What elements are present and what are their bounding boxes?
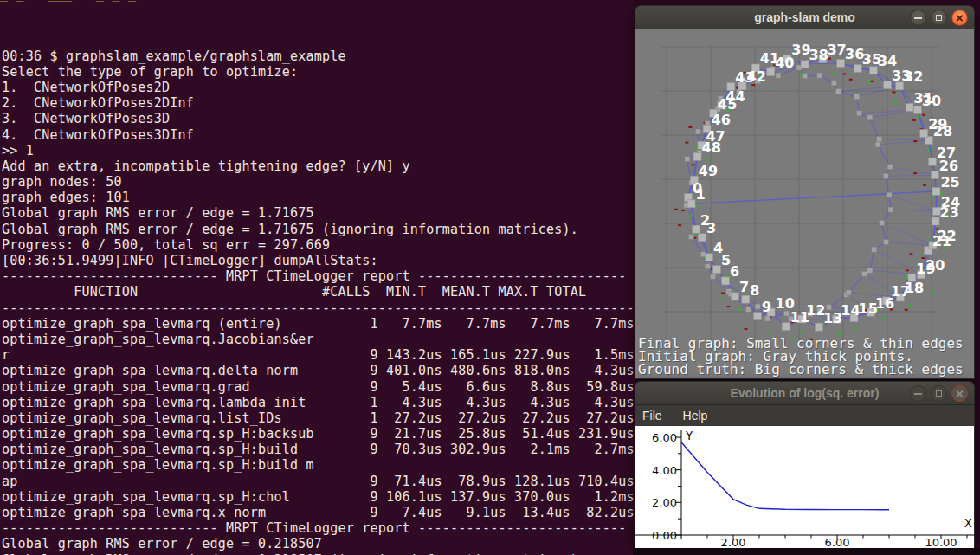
graph-node-label: 25: [940, 174, 959, 190]
terminal-line: optimize_graph_spa_levmarq.sp_H:build 9 …: [2, 442, 635, 457]
desktop: { "terminal": { "lines": [ "00:36 $ grap…: [0, 0, 980, 555]
graphslam-demo-window: graph-slam demo 012345678910111213141516…: [635, 5, 975, 379]
window-title: graph-slam demo: [754, 10, 855, 24]
plot-tick-label: 2.00: [652, 496, 677, 509]
graph-node-label: 1: [696, 186, 706, 203]
plot-tick-label: 6.00: [652, 431, 677, 444]
terminal-line: optimize_graph_spa_levmarq.sp_H:backsub …: [2, 426, 635, 442]
graph-node-label: 36: [845, 46, 864, 62]
graph-node-label: 46: [712, 112, 731, 128]
plot-canvas[interactable]: 0.002.004.006.002.006.0010.00YX: [635, 426, 974, 548]
close-icon[interactable]: [951, 385, 968, 402]
window-controls: [910, 10, 968, 26]
terminal-line: Global graph RMS error / edge = 0.218507…: [2, 552, 635, 555]
window-titlebar[interactable]: graph-slam demo: [635, 5, 975, 29]
terminal-line: optimize_graph_spa_levmarq.grad 9 5.4us …: [2, 379, 635, 395]
plot-tick-label: 4.00: [652, 464, 677, 477]
graph-legend: Final graph: Small corners & thin edges …: [638, 337, 964, 376]
window-titlebar[interactable]: Evolution of log(sq. error): [635, 381, 975, 405]
plot-tick-label: Y: [685, 429, 693, 442]
terminal-line: Global graph RMS error / edge = 1.71675: [2, 205, 635, 221]
terminal-line: Add an extra, incompatible tightening ed…: [2, 158, 635, 174]
terminal-line: optimize_graph_spa_levmarq.sp_H:chol 9 1…: [2, 489, 635, 505]
window-title: Evolution of log(sq. error): [731, 386, 880, 400]
minimize-icon[interactable]: [910, 385, 926, 402]
graph-node-label: 8: [750, 282, 759, 299]
graph-node-label: 38: [809, 47, 828, 63]
error-curve: [681, 442, 889, 510]
terminal-line: optimize_graph_spa_levmarq.list_IDs 1 27…: [2, 410, 635, 426]
graph-node-label: 37: [827, 42, 846, 58]
terminal-line: Global graph RMS error / edge = 0.218507: [2, 536, 635, 552]
terminal-line: FUNCTION #CALLS MIN.T MEAN.T MAX.T TOTAL: [2, 284, 635, 300]
terminal-line: optimize_graph_spa_levmarq.x_norm 9 7.4u…: [2, 505, 635, 520]
terminal-line: 3. CNetworkOfPoses3D: [2, 111, 635, 126]
terminal-line: graph edges: 101: [2, 190, 635, 205]
terminal-line: Progress: 0 / 500, total sq err = 297.66…: [2, 237, 635, 253]
terminal-line: Select the type of graph to optimize:: [2, 64, 635, 80]
graph-canvas[interactable]: 0123456789101112131415161718192021222324…: [635, 29, 974, 378]
graph-node-label: 14: [841, 302, 860, 319]
terminal-line: optimize_graph_spa_levmarq.delta_norm 9 …: [2, 363, 635, 378]
maximize-icon[interactable]: [931, 10, 947, 26]
graph-node-label: 13: [823, 310, 842, 326]
graph-node-label: 18: [905, 280, 924, 296]
terminal-line: optimize_graph_spa_levmarq (entire) 1 7.…: [2, 316, 635, 332]
graph-node-label: 43: [735, 69, 754, 86]
graph-node-label: 6: [730, 263, 739, 280]
terminal-clipped-line: ‗ ‗ ‗‗‗ ‗ ‗ ‗: [0, 0, 635, 3]
menu-file[interactable]: File: [642, 409, 662, 423]
terminal-line: --------------------------- MRPT CTimeLo…: [2, 268, 635, 284]
graph-node-label: 29: [928, 116, 947, 132]
terminal-line: 2. CNetworkOfPoses2DInf: [2, 95, 635, 111]
minimize-icon[interactable]: [910, 10, 926, 26]
graph-node-label: 7: [739, 279, 749, 295]
terminal-line: optimize_graph_spa_levmarq.Jacobians&er: [2, 332, 635, 347]
graph-node-label: 20: [925, 257, 945, 274]
graph-node-label: 45: [718, 96, 737, 113]
terminal-line: --------------------------- MRPT CTimeLo…: [2, 520, 635, 536]
terminal[interactable]: ‗ ‗ ‗‗‗ ‗ ‗ ‗ 00:36 $ graphslam_example/…: [0, 0, 635, 555]
graph-node-label: 31: [914, 90, 933, 106]
graph-node-label: 24: [941, 194, 960, 210]
plot-tick-label: X: [964, 516, 972, 530]
graph-node-label: 41: [760, 50, 779, 67]
close-icon[interactable]: [951, 10, 968, 26]
legend-ground-truth: Ground truth: Big corners & thick edges: [638, 361, 964, 378]
graph-node-label: 27: [937, 145, 956, 161]
graph-node-label: 48: [702, 139, 721, 156]
graph-node-label: 33: [892, 68, 911, 84]
terminal-line: r 9 143.2us 165.1us 227.9us 1.5ms: [2, 347, 635, 363]
terminal-line: >> 1: [2, 143, 635, 158]
terminal-output: 00:36 $ graphslam_example/graphslam_exam…: [2, 48, 635, 555]
terminal-line: Global graph RMS error / edge = 1.71675 …: [2, 222, 635, 237]
terminal-line: 4. CNetworkOfPoses3DInf: [2, 127, 635, 143]
graph-viewport[interactable]: 0123456789101112131415161718192021222324…: [635, 29, 975, 379]
plot-area: 0.002.004.006.002.006.0010.00YX: [635, 426, 975, 548]
window-controls: [910, 385, 968, 402]
graph-node-label: 39: [791, 42, 810, 58]
terminal-line: 00:36 $ graphslam_example/graphslam_exam…: [2, 48, 635, 64]
terminal-line: ----------------------------------------…: [2, 300, 635, 316]
graph-node-label: 22: [937, 228, 956, 244]
menu-help[interactable]: Help: [683, 409, 708, 423]
terminal-line: 1. CNetworkOfPoses2D: [2, 80, 635, 95]
graph-node-label: 35: [862, 51, 881, 68]
terminal-line: optimize_graph_spa_levmarq.lambda_init 1…: [2, 395, 635, 410]
desktop-strip: [633, 548, 980, 555]
error-plot-window: Evolution of log(sq. error) File Help 0.…: [635, 381, 975, 548]
menubar: File Help: [635, 405, 975, 426]
terminal-line: optimize_graph_spa_levmarq.sp_H:build m: [2, 457, 635, 473]
graph-node-label: 3: [706, 220, 716, 236]
graph-node-label: 49: [699, 163, 718, 179]
terminal-line: ap 9 71.4us 78.9us 128.1us 710.4us: [2, 474, 635, 489]
terminal-line: graph nodes: 50: [2, 174, 635, 190]
maximize-icon[interactable]: [931, 385, 947, 402]
graph-node-label: 9: [762, 299, 771, 315]
terminal-line: [00:36:51.9499|INFO |CTimeLogger] dumpAl…: [2, 253, 635, 268]
